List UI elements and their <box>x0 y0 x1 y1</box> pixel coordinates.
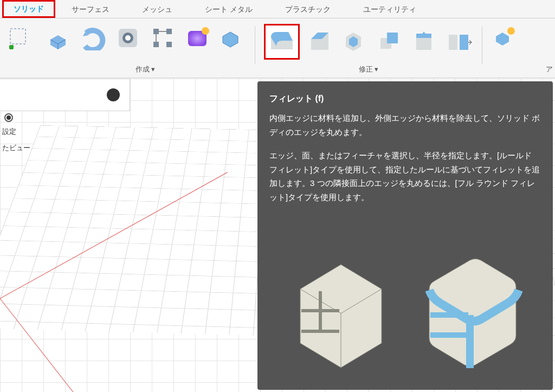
tab-mesh[interactable]: メッシュ <box>126 1 189 18</box>
assemble-button[interactable] <box>491 24 519 52</box>
group-label-modify[interactable]: 修正 ▾ <box>359 65 379 78</box>
view-radio-icon[interactable] <box>4 113 13 122</box>
tab-solid[interactable]: ソリッド <box>2 0 55 18</box>
svg-rect-4 <box>153 29 159 34</box>
clear-icon[interactable] <box>107 88 120 101</box>
tab-surface[interactable]: サーフェス <box>55 1 126 18</box>
fillet-button[interactable] <box>264 24 300 60</box>
tab-utility[interactable]: ユーティリティ <box>347 1 433 18</box>
group-divider-2 <box>482 26 482 64</box>
shell-button[interactable] <box>341 28 369 56</box>
group-label-create[interactable]: 作成 ▾ <box>135 65 156 78</box>
workspace-tabbar: ソリッド サーフェス メッシュ シート メタル プラスチック ユーティリティ <box>0 0 555 18</box>
group-label-assemble: ア <box>546 65 553 74</box>
ribbon-toolbar: 作成 ▾ 修正 ▾ <box>0 18 555 78</box>
extrude-button[interactable] <box>44 24 73 52</box>
rectangular-pattern-button[interactable] <box>149 24 177 52</box>
svg-rect-7 <box>166 42 172 47</box>
split-body-button[interactable] <box>445 28 473 56</box>
offset-face-button[interactable] <box>410 28 438 56</box>
tooltip-before-icon <box>284 251 398 376</box>
combine-button[interactable] <box>376 28 404 56</box>
svg-rect-0 <box>10 29 25 44</box>
tab-sheetmetal[interactable]: シート メタル <box>189 1 269 18</box>
chamfer-button[interactable] <box>306 28 334 56</box>
revolve-button[interactable] <box>79 24 107 52</box>
named-view-item[interactable]: たビュー <box>0 140 34 156</box>
emboss-button[interactable] <box>183 24 211 52</box>
svg-rect-13 <box>387 33 398 43</box>
svg-rect-6 <box>153 42 159 47</box>
tab-plastic[interactable]: プラスチック <box>269 1 347 18</box>
settings-item[interactable]: 設定 <box>0 124 34 140</box>
new-sketch-button[interactable] <box>5 24 34 52</box>
group-divider <box>255 26 255 64</box>
fillet-tooltip: フィレット (f) 内側エッジに材料を追加し、外側エッジから材料を除去して、ソリ… <box>257 81 553 390</box>
svg-rect-5 <box>166 29 172 34</box>
filter-bar[interactable] <box>0 79 130 111</box>
tooltip-after-icon <box>413 251 527 376</box>
box-primitive-button[interactable] <box>218 24 246 52</box>
svg-point-11 <box>202 27 209 35</box>
hole-button[interactable] <box>114 24 142 52</box>
browser-panel-strip: 設定 たビュー <box>0 111 34 156</box>
tooltip-title: フィレット (f) <box>269 91 541 106</box>
svg-rect-14 <box>416 38 431 50</box>
tooltip-description-1: 内側エッジに材料を追加し、外側エッジから材料を除去して、ソリッド ボディのエッジ… <box>269 111 541 139</box>
svg-point-3 <box>125 35 131 41</box>
svg-point-18 <box>507 27 515 35</box>
svg-rect-17 <box>460 35 468 50</box>
tooltip-description-2: エッジ、面、またはフィーチャを選択し、半径を指定します。[ルールド フィレット]… <box>269 149 541 204</box>
svg-rect-16 <box>449 35 457 50</box>
